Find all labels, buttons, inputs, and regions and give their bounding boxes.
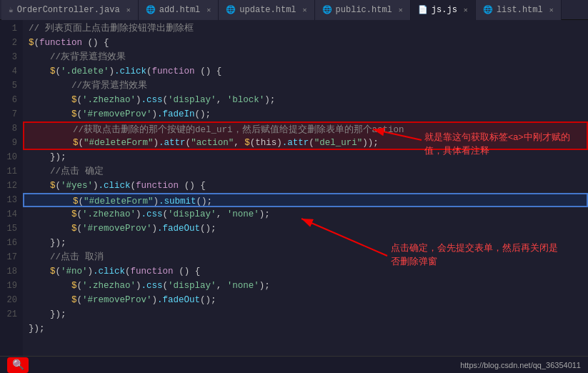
line-number: 8 (6, 121, 17, 136)
tab-label: js.js (432, 5, 457, 15)
code-content: // 列表页面上点击删除按钮弹出删除框 $(function () { //灰背… (23, 20, 588, 373)
code-line: $('#yes').click(function () { (23, 179, 588, 193)
search-button[interactable]: 🔍 (7, 357, 29, 373)
tab-close-icon[interactable]: ✕ (303, 6, 307, 14)
tab-js-js[interactable]: 📄js.js✕ (411, 0, 476, 20)
tab-label: OrderController.java (17, 5, 120, 15)
line-number: 6 (6, 93, 17, 107)
tab-close-icon[interactable]: ✕ (126, 6, 131, 14)
line-number: 5 (6, 79, 17, 93)
line-number: 17 (6, 250, 17, 264)
annotation-1: 就是靠这句获取标签<a>中刚才赋的值，具体看注释 (424, 131, 570, 158)
line-number: 18 (6, 264, 17, 279)
tab-icon: ☕ (9, 5, 14, 14)
tab-add-html[interactable]: 🌐add.html✕ (139, 0, 219, 20)
code-line: }); (23, 307, 588, 322)
line-number: 13 (6, 193, 17, 207)
code-line: //灰背景遮挡效果 (23, 79, 588, 93)
line-number: 9 (6, 136, 17, 150)
line-number: 2 (6, 36, 17, 50)
code-line: }); (23, 322, 588, 336)
tab-icon: 🌐 (226, 5, 236, 14)
lines-container: $(function () { //灰背景遮挡效果 $('.delete').c… (23, 36, 588, 336)
breadcrumb: // 列表页面上点击删除按钮弹出删除框 (23, 21, 588, 36)
tab-icon: 📄 (418, 5, 428, 14)
code-wrapper: 123456789101112131415161718192021 // 列表页… (0, 20, 588, 373)
tab-icon: 🌐 (322, 5, 332, 14)
code-line: $(function () { (23, 36, 588, 50)
line-number: 20 (6, 293, 17, 307)
line-number: 3 (6, 50, 17, 64)
code-line: $('#removeProv').fadeOut(); (23, 222, 588, 236)
line-number: 14 (6, 207, 17, 222)
code-line: $('.delete').click(function () { (23, 64, 588, 79)
line-number: 16 (6, 236, 17, 250)
tab-bar: ☕OrderController.java✕🌐add.html✕🌐update.… (0, 0, 588, 20)
line-number: 21 (6, 307, 17, 322)
tab-label: list.html (497, 5, 543, 15)
line-numbers: 123456789101112131415161718192021 (0, 20, 23, 373)
tab-label: add.html (159, 5, 201, 15)
line-number: 12 (6, 179, 17, 193)
tab-public-html[interactable]: 🌐public.html✕ (315, 0, 411, 20)
line-number: 1 (6, 21, 17, 36)
tab-icon: 🌐 (146, 5, 156, 14)
code-line: //灰背景遮挡效果 (23, 50, 588, 64)
tab-ordercontroller-java[interactable]: ☕OrderController.java✕ (1, 0, 139, 20)
annotation-2: 点击确定，会先提交表单，然后再关闭是否删除弹窗 (391, 242, 558, 269)
line-number: 4 (6, 64, 17, 79)
code-line: $('#removeProv').fadeIn(); (23, 107, 588, 121)
code-line: $("#deleteForm").submit(); (23, 193, 588, 207)
url-text: https://blog.csdn.net/qq_36354011 (460, 361, 581, 369)
tab-update-html[interactable]: 🌐update.html✕ (219, 0, 314, 20)
tab-icon: 🌐 (483, 5, 493, 14)
line-number: 19 (6, 279, 17, 293)
code-line: $('.zhezhao').css('display', 'none'); (23, 207, 588, 222)
code-line: $('.zhezhao').css('display', 'block'); (23, 93, 588, 107)
code-line: $('#removeProv').fadeOut(); (23, 293, 588, 307)
line-number: 10 (6, 150, 17, 164)
bottom-bar: 🔍 https://blog.csdn.net/qq_36354011 (0, 356, 588, 373)
tab-close-icon[interactable]: ✕ (464, 6, 468, 14)
tab-close-icon[interactable]: ✕ (549, 6, 554, 14)
line-number: 11 (6, 164, 17, 179)
tab-label: update.html (239, 5, 296, 15)
tab-label: public.html (336, 5, 392, 15)
line-number: 15 (6, 222, 17, 236)
tab-close-icon[interactable]: ✕ (206, 6, 211, 14)
tab-list-html[interactable]: 🌐list.html✕ (476, 0, 562, 20)
line-number: 7 (6, 107, 17, 121)
code-line: //点击 确定 (23, 164, 588, 179)
tab-close-icon[interactable]: ✕ (399, 6, 403, 14)
code-line: $('.zhezhao').css('display', 'none'); (23, 279, 588, 293)
